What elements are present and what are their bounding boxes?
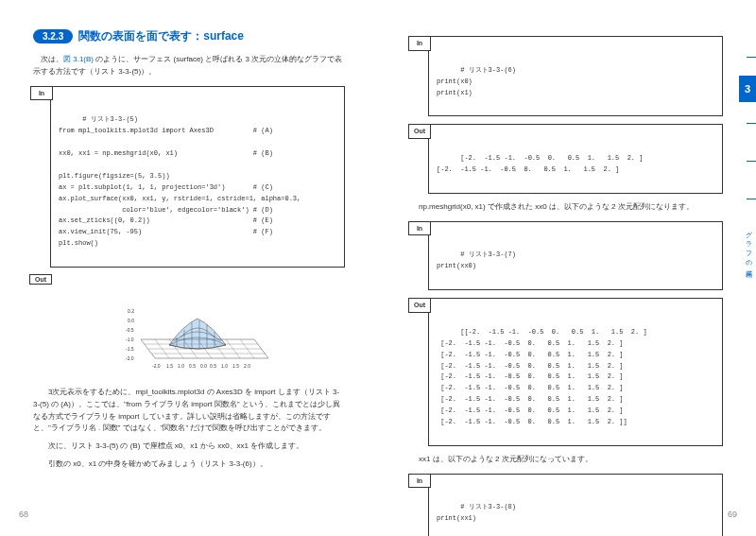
output-3-3-7: Out [[-2. -1.5 -1. -0.5 0. 0.5 1. 1.5 2.… [428, 298, 723, 446]
paragraph-2: 3次元表示をするために、mpl_toolkits.mplot3d の Axes3… [33, 387, 345, 435]
section-number: 3.2.3 [33, 29, 73, 43]
chapter-side-label: グラフの描画 [744, 227, 753, 268]
in-label-icon: In [408, 474, 431, 489]
p1a: 次は、 [33, 55, 63, 63]
code-listing-3-3-6: In # リスト3-3-(6) print(x0) print(x1) [428, 36, 723, 116]
svg-text:-0.5: -0.5 [126, 327, 134, 333]
page-left: 3.2.3 関数の表面を面で表す：surface 次は、図 3.1(B) のよう… [0, 0, 378, 536]
svg-text:1.5: 1.5 [166, 363, 173, 369]
code-content-5: # リスト3-3-(5) from mpl_toolkits.mplot3d i… [59, 115, 301, 247]
out-content-7: [[-2. -1.5 -1. -0.5 0. 0.5 1. 1.5 2. ] [… [437, 328, 647, 425]
in-label-icon: In [408, 221, 431, 236]
section-header: 3.2.3 関数の表面を面で表す：surface [33, 28, 345, 44]
in-label-icon: In [30, 86, 53, 101]
svg-text:1.5: 1.5 [232, 363, 239, 369]
code-listing-3-3-8: In # リスト3-3-(8) print(xx1) [428, 474, 723, 536]
svg-text:2.0: 2.0 [244, 363, 250, 369]
paragraph-4: 引数の x0、x1 の中身を確かめてみましょう（リスト 3-3-(6)）。 [33, 458, 345, 471]
code-content-6: # リスト3-3-(6) print(x0) print(x1) [437, 66, 516, 96]
svg-text:-1.0: -1.0 [126, 337, 134, 342]
page-right: 3 グラフの描画 In # リスト3-3-(6) print(x0) print… [378, 0, 756, 536]
chapter-tab: 3 [739, 76, 756, 102]
svg-text:1.0: 1.0 [221, 363, 228, 369]
svg-text:-2.0: -2.0 [152, 363, 161, 369]
page-spread: 3.2.3 関数の表面を面で表す：surface 次は、図 3.1(B) のよう… [0, 0, 756, 536]
out-content-6: [-2. -1.5 -1. -0.5 0. 0.5 1. 1.5 2. ] [-… [437, 154, 643, 173]
out-label-icon: Out [29, 274, 52, 285]
surface-plot-output: Out [50, 275, 345, 379]
out-label-icon: Out [408, 124, 431, 139]
paragraph-6: xx1 は、以下のような 2 次元配列になっています。 [411, 454, 723, 466]
code-listing-3-3-7: In # リスト3-3-(7) print(xx0) [428, 221, 723, 290]
svg-text:-2.0: -2.0 [126, 355, 134, 361]
paragraph-3: 次に、リスト 3-3-(5) の (B) で座標点 x0、x1 から xx0、x… [33, 441, 345, 453]
svg-text:0.5: 0.5 [189, 363, 196, 369]
output-3-3-6: Out [-2. -1.5 -1. -0.5 0. 0.5 1. 1.5 2. … [428, 124, 723, 193]
figure-link: 図 3.1(B) [63, 55, 94, 63]
svg-text:0.0: 0.0 [200, 363, 207, 369]
in-label-icon: In [408, 36, 431, 51]
code-content-7: # リスト3-3-(7) print(xx0) [437, 251, 516, 269]
out-label-icon: Out [408, 298, 431, 313]
svg-text:0.5: 0.5 [210, 363, 216, 369]
code-content-8: # リスト3-3-(8) print(xx1) [437, 503, 516, 522]
svg-text:0.0: 0.0 [128, 318, 134, 323]
svg-text:-1.5: -1.5 [126, 346, 134, 352]
section-title: 関数の表面を面で表す：surface [78, 28, 244, 44]
surface-plot-svg: 0.2 0.0 -0.5 -1.0 -1.5 -2.0 -2.01.51.0 0… [103, 275, 292, 379]
svg-text:0.2: 0.2 [128, 308, 134, 314]
paragraph-5: np.meshgrid(x0, x1) で作成された xx0 は、以下のような … [411, 201, 723, 214]
page-number-right: 69 [728, 510, 737, 519]
paragraph-1: 次は、図 3.1(B) のように、サーフェス (surface) と呼ばれる 3… [33, 54, 345, 78]
page-number-left: 68 [19, 510, 28, 519]
svg-text:1.0: 1.0 [178, 363, 184, 369]
code-listing-3-3-5: In # リスト3-3-(5) from mpl_toolkits.mplot3… [50, 86, 345, 268]
